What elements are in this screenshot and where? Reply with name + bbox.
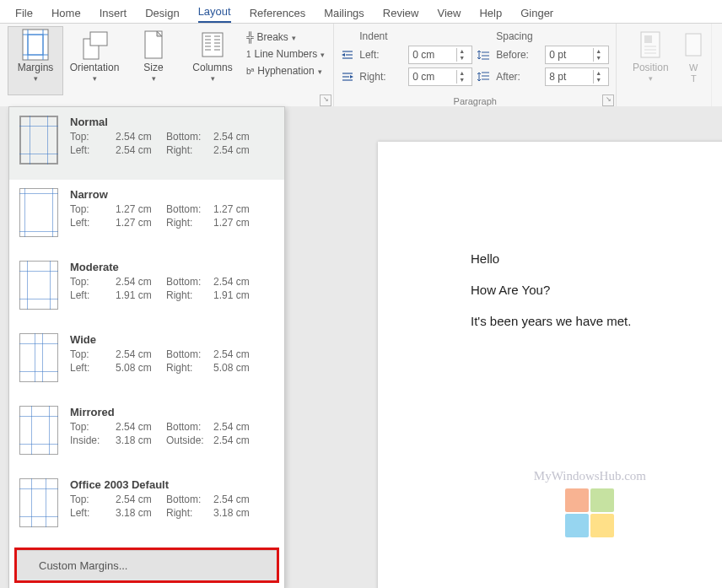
margins-icon xyxy=(21,29,50,61)
margins-option-title: Mirrored xyxy=(70,406,274,418)
indent-right-label: Right: xyxy=(359,71,403,83)
tab-ginger[interactable]: Ginger xyxy=(520,7,553,23)
indent-left-input[interactable] xyxy=(409,49,456,61)
tab-review[interactable]: Review xyxy=(383,7,419,23)
spin-up-icon[interactable]: ▲ xyxy=(457,70,466,77)
spacing-before-icon xyxy=(477,49,491,61)
tab-references[interactable]: References xyxy=(250,7,305,23)
margins-thumb-icon xyxy=(19,406,58,455)
watermark-text: MyWindowsHub.com xyxy=(534,469,646,483)
caret-icon: ▾ xyxy=(321,51,325,59)
custom-margins-button[interactable]: Custom Margins... xyxy=(17,550,277,580)
watermark: MyWindowsHub.com xyxy=(534,469,646,537)
spin-up-icon[interactable]: ▲ xyxy=(457,48,466,55)
caret-icon: ▾ xyxy=(318,67,322,76)
tab-insert[interactable]: Insert xyxy=(100,7,127,23)
spacing-after-spinner[interactable]: ▲▼ xyxy=(545,67,609,86)
indent-left-spinner[interactable]: ▲▼ xyxy=(408,46,472,64)
tab-help[interactable]: Help xyxy=(479,7,502,23)
spin-down-icon[interactable]: ▼ xyxy=(457,77,466,84)
tab-mailings[interactable]: Mailings xyxy=(324,7,364,23)
position-label: Position xyxy=(633,62,669,73)
svg-rect-33 xyxy=(644,35,652,43)
indent-left-icon xyxy=(341,49,354,61)
caret-icon: ▾ xyxy=(649,74,653,83)
line-numbers-button[interactable]: 1Line Numbers▾ xyxy=(245,47,326,61)
document-line[interactable]: It's been years we have met. xyxy=(471,314,722,328)
caret-icon: ▾ xyxy=(152,74,156,83)
breaks-button[interactable]: ╬Breaks▾ xyxy=(245,30,326,44)
margins-option-office-2003-default[interactable]: Office 2003 DefaultTop:2.54 cmBottom:2.5… xyxy=(9,470,284,542)
margins-option-values: Top:1.27 cmBottom:1.27 cmLeft:1.27 cmRig… xyxy=(70,203,274,229)
margins-option-title: Normal xyxy=(70,116,274,128)
wrap-text-icon xyxy=(683,29,703,61)
tab-home[interactable]: Home xyxy=(51,7,81,23)
indent-header: Indent xyxy=(359,30,472,42)
indent-left-label: Left: xyxy=(359,49,403,61)
margins-thumb-icon xyxy=(19,188,58,237)
position-button[interactable]: Position ▾ xyxy=(623,27,677,94)
margins-option-wide[interactable]: WideTop:2.54 cmBottom:2.54 cmLeft:5.08 c… xyxy=(9,325,284,397)
margins-option-values: Top:2.54 cmBottom:2.54 cmLeft:2.54 cmRig… xyxy=(70,131,274,156)
watermark-logo-icon xyxy=(565,488,614,537)
caret-icon: ▾ xyxy=(93,74,97,83)
svg-rect-0 xyxy=(23,30,48,60)
margins-thumb-icon xyxy=(19,333,58,382)
margins-label: Margins xyxy=(18,62,54,73)
tab-layout[interactable]: Layout xyxy=(198,5,231,23)
margins-option-values: Top:2.54 cmBottom:2.54 cmLeft:3.18 cmRig… xyxy=(70,494,274,519)
size-label: Size xyxy=(143,62,163,73)
spin-down-icon[interactable]: ▼ xyxy=(457,55,466,62)
orientation-button[interactable]: Orientation ▾ xyxy=(67,27,121,94)
spacing-after-input[interactable] xyxy=(546,71,593,83)
spin-down-icon[interactable]: ▼ xyxy=(594,55,603,62)
margins-dropdown: NormalTop:2.54 cmBottom:2.54 cmLeft:2.54… xyxy=(8,106,285,588)
size-icon xyxy=(139,29,168,61)
caret-icon: ▾ xyxy=(211,74,215,83)
spin-up-icon[interactable]: ▲ xyxy=(594,70,603,77)
custom-margins-highlight: Custom Margins... xyxy=(14,548,279,583)
margins-option-title: Narrow xyxy=(70,188,274,201)
orientation-label: Orientation xyxy=(70,62,120,73)
margins-thumb-icon xyxy=(19,478,58,527)
document-line[interactable]: Hello xyxy=(471,251,722,266)
spacing-before-input[interactable] xyxy=(546,49,593,61)
tab-file[interactable]: File xyxy=(15,7,33,23)
margins-option-mirrored[interactable]: MirroredTop:2.54 cmBottom:2.54 cmInside:… xyxy=(9,397,284,470)
document-line[interactable]: How Are You? xyxy=(471,283,722,297)
tab-view[interactable]: View xyxy=(437,7,461,23)
breaks-label: Breaks xyxy=(257,31,288,43)
page-setup-launcher[interactable]: ↘ xyxy=(320,94,331,106)
margins-option-narrow[interactable]: NarrowTop:1.27 cmBottom:1.27 cmLeft:1.27… xyxy=(9,180,284,252)
columns-button[interactable]: Columns ▾ xyxy=(186,27,240,94)
group-arrange: Position ▾ WT xyxy=(617,24,712,108)
spacing-header: Spacing xyxy=(496,30,609,42)
caret-icon: ▾ xyxy=(34,74,38,83)
indent-right-icon xyxy=(341,71,354,83)
indent-right-spinner[interactable]: ▲▼ xyxy=(408,67,472,86)
paragraph-launcher[interactable]: ↘ xyxy=(602,94,614,106)
margins-option-normal[interactable]: NormalTop:2.54 cmBottom:2.54 cmLeft:2.54… xyxy=(9,107,284,180)
margins-option-title: Office 2003 Default xyxy=(70,478,274,491)
tab-design[interactable]: Design xyxy=(145,7,179,23)
spin-up-icon[interactable]: ▲ xyxy=(594,48,603,55)
margins-button[interactable]: Margins ▾ xyxy=(8,26,63,95)
spin-down-icon[interactable]: ▼ xyxy=(594,77,603,84)
hyphenation-label: Hyphenation xyxy=(257,65,314,77)
margins-option-title: Moderate xyxy=(70,261,274,273)
margins-option-title: Wide xyxy=(70,333,274,346)
page-setup-small: ╬Breaks▾ 1Line Numbers▾ bªHyphenation▾ xyxy=(245,27,326,94)
line-numbers-icon: 1 xyxy=(246,50,251,59)
spacing-before-spinner[interactable]: ▲▼ xyxy=(545,46,609,64)
position-icon xyxy=(636,29,665,61)
margins-option-values: Top:2.54 cmBottom:2.54 cmLeft:1.91 cmRig… xyxy=(70,276,274,301)
svg-rect-7 xyxy=(90,32,107,46)
indent-right-input[interactable] xyxy=(409,71,456,83)
hyphenation-button[interactable]: bªHyphenation▾ xyxy=(245,64,326,78)
wrap-text-button[interactable]: WT xyxy=(682,27,704,94)
spacing-before-label: Before: xyxy=(496,49,540,61)
breaks-icon: ╬ xyxy=(246,31,254,43)
margins-option-moderate[interactable]: ModerateTop:2.54 cmBottom:2.54 cmLeft:1.… xyxy=(9,252,284,325)
size-button[interactable]: Size ▾ xyxy=(127,27,180,94)
spacing-after-label: After: xyxy=(496,71,540,83)
